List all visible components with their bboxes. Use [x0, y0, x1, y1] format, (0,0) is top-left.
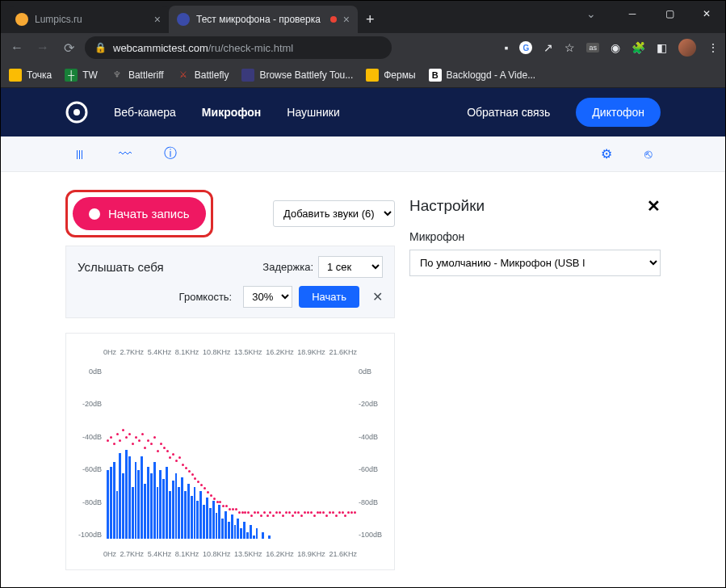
window-controls: ─ ▢ ✕ — [614, 1, 725, 27]
microphone-select[interactable]: По умолчанию - Микрофон (USB I — [409, 250, 661, 276]
nav-microphone[interactable]: Микрофон — [202, 106, 261, 119]
url-input[interactable]: 🔒 webcammictest.com/ru/check-mic.html — [85, 36, 392, 59]
browser-titlebar: Lumpics.ru × Тест микрофона - проверка ×… — [1, 1, 725, 33]
nav-headphones[interactable]: Наушники — [287, 106, 339, 119]
record-label: Начать запись — [108, 207, 190, 220]
extensions-icon[interactable]: 🧩 — [632, 41, 645, 54]
bookmark-item[interactable]: Фермы — [366, 69, 415, 82]
bookmark-item[interactable]: ┼TW — [65, 69, 98, 82]
bookmark-item[interactable]: ⚔Battlefly — [177, 69, 229, 82]
profile-avatar[interactable] — [678, 39, 696, 57]
url-text: webcammictest.com/ru/check-mic.html — [113, 42, 293, 54]
back-button[interactable]: ← — [7, 40, 27, 55]
hear-title: Услышать себя — [78, 260, 164, 274]
page-toolbar: ⫼ 〰 ⓘ ⚙ ⎋ — [1, 136, 725, 172]
minimize-button[interactable]: ─ — [614, 1, 651, 27]
tab-title: Тест микрофона - проверка — [196, 14, 321, 25]
bookmark-item[interactable]: Точка — [9, 69, 52, 82]
recording-indicator-icon — [330, 16, 337, 23]
camera-icon[interactable]: ▪ — [505, 41, 509, 54]
close-icon[interactable]: ✕ — [647, 196, 661, 216]
tab-title: Lumpics.ru — [35, 14, 82, 25]
menu-icon[interactable]: ⋮ — [707, 41, 719, 54]
bookmark-item[interactable]: Browse Battlefy Tou... — [241, 69, 353, 82]
volume-label: Громкость: — [179, 291, 233, 303]
share-icon[interactable]: ↗ — [543, 41, 553, 54]
nav-webcam[interactable]: Веб-камера — [114, 106, 176, 119]
bookmark-item[interactable]: BBackloggd - A Vide... — [429, 69, 536, 82]
close-icon[interactable]: × — [343, 13, 350, 26]
chart-plot — [107, 368, 354, 539]
address-bar: ← → ⟳ 🔒 webcammictest.com/ru/check-mic.h… — [1, 33, 725, 62]
start-hearing-button[interactable]: Начать — [299, 286, 359, 308]
nav-feedback[interactable]: Обратная связь — [467, 106, 550, 119]
browser-tab-2[interactable]: Тест микрофона - проверка × — [169, 6, 358, 33]
record-highlight: Начать запись — [65, 190, 213, 237]
db-axis-right: 0dB-20dB-40dB-60dB-80dB-100dB — [359, 368, 383, 539]
db-axis-left: 0dB-20dB-40dB-60dB-80dB-100dB — [78, 368, 102, 539]
close-icon[interactable]: × — [154, 13, 161, 26]
delay-label: Задержка: — [262, 261, 313, 273]
delay-select[interactable]: 1 сек — [318, 256, 383, 278]
exit-icon[interactable]: ⎋ — [644, 147, 653, 162]
bookmarks-bar: Точка ┼TW ♆Battleriff ⚔Battlefly Browse … — [1, 62, 725, 88]
record-dot-icon — [89, 208, 100, 220]
maximize-button[interactable]: ▢ — [651, 1, 688, 27]
bookmark-item[interactable]: ♆Battleriff — [111, 69, 164, 82]
google-icon[interactable]: G — [519, 41, 532, 54]
settings-panel: Настройки ✕ Микрофон По умолчанию - Микр… — [409, 190, 661, 570]
volume-select[interactable]: 30% — [243, 286, 292, 308]
info-icon[interactable]: ⓘ — [164, 145, 177, 162]
chart-line-icon[interactable]: 〰 — [119, 147, 132, 162]
mic-label: Микрофон — [409, 230, 661, 243]
extension-icon[interactable]: ◉ — [611, 41, 620, 54]
close-window-button[interactable]: ✕ — [688, 1, 725, 27]
start-recording-button[interactable]: Начать запись — [73, 197, 206, 230]
side-panel-icon[interactable]: ◧ — [657, 41, 667, 54]
close-icon[interactable]: ✕ — [372, 289, 383, 304]
browser-tab-1[interactable]: Lumpics.ru × — [7, 6, 169, 33]
spectrum-chart: 0Hz2.7KHz5.4KHz8.1KHz10.8KHz13.5KHz16.2K… — [65, 333, 395, 570]
freq-axis-bottom: 0Hz2.7KHz5.4KHz8.1KHz10.8KHz13.5KHz16.2K… — [78, 550, 383, 558]
extension-icon[interactable]: as — [586, 43, 599, 52]
page-content: Веб-камера Микрофон Наушники Обратная св… — [1, 88, 725, 588]
hear-yourself-panel: Услышать себя Задержка: 1 сек Громкость:… — [65, 246, 395, 318]
site-logo[interactable] — [65, 101, 88, 124]
settings-title: Настройки — [409, 197, 485, 215]
waveform-icon[interactable]: ⫼ — [73, 147, 86, 162]
tab-favicon — [177, 13, 190, 26]
new-tab-button[interactable]: + — [358, 6, 383, 33]
add-sounds-select[interactable]: Добавить звуки (6) — [273, 200, 395, 227]
site-navigation: Веб-камера Микрофон Наушники Обратная св… — [1, 88, 725, 136]
chevron-down-icon[interactable]: ⌄ — [586, 7, 596, 20]
reload-button[interactable]: ⟳ — [59, 40, 78, 56]
gear-icon[interactable]: ⚙ — [601, 146, 612, 162]
tab-favicon — [15, 13, 28, 26]
lock-icon: 🔒 — [94, 42, 107, 53]
forward-button[interactable]: → — [33, 40, 52, 55]
dictaphone-button[interactable]: Диктофон — [576, 98, 661, 127]
star-icon[interactable]: ☆ — [564, 41, 575, 54]
freq-axis-top: 0Hz2.7KHz5.4KHz8.1KHz10.8KHz13.5KHz16.2K… — [78, 348, 383, 356]
svg-point-1 — [73, 109, 80, 116]
